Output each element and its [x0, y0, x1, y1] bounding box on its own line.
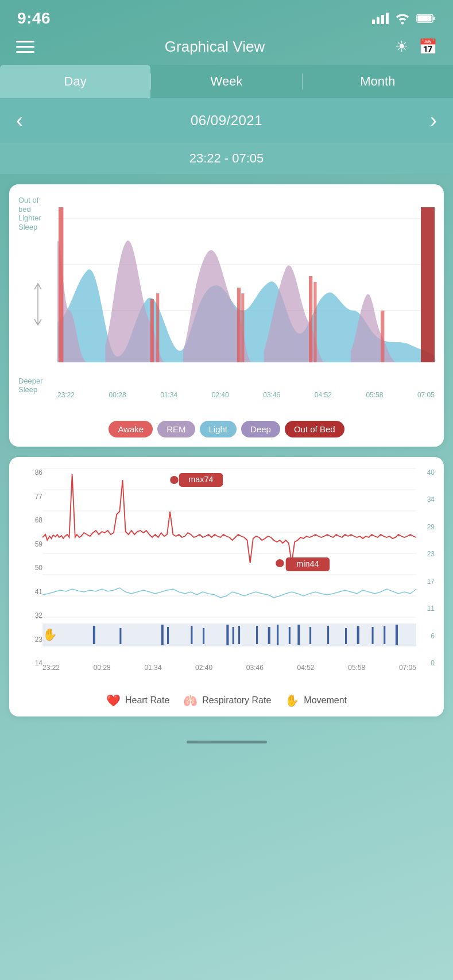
svg-text:✋: ✋ [42, 627, 57, 642]
sleep-chart-card: Out ofbed LighterSleep DeeperSleep [9, 184, 444, 447]
svg-rect-48 [327, 626, 329, 644]
battery-icon [416, 13, 436, 24]
calendar-icon[interactable]: 📅 [419, 38, 437, 56]
brightness-icon[interactable]: ☀ [395, 38, 408, 56]
wifi-icon [394, 12, 411, 25]
status-bar: 9:46 [0, 0, 453, 32]
sleep-y-arrow [18, 231, 57, 376]
current-date: 06/09/2021 [191, 113, 262, 129]
svg-rect-11 [237, 288, 241, 362]
legend-respiratory: 🫁 Respiratory Rate [183, 694, 271, 707]
date-navigation: ‹ 06/09/2021 › [0, 98, 453, 143]
status-time: 9:46 [17, 9, 51, 28]
svg-rect-51 [372, 627, 374, 644]
sleep-y-labels: Out ofbed LighterSleep DeeperSleep [18, 196, 57, 397]
hand-icon: ✋ [285, 694, 299, 707]
sleep-chart-inner: 23:22 00:28 01:34 02:40 03:46 04:52 05:5… [57, 196, 435, 414]
tab-day[interactable]: Day [0, 65, 150, 98]
lungs-icon: 🫁 [183, 694, 198, 707]
legend-deep: Deep [241, 421, 280, 437]
svg-rect-2 [418, 16, 432, 22]
legend-rem: REM [157, 421, 195, 437]
heart-icon: ❤️ [106, 694, 121, 707]
svg-rect-49 [345, 628, 347, 644]
signal-icon [372, 13, 389, 24]
svg-rect-38 [203, 628, 204, 644]
prev-date-button[interactable]: ‹ [16, 109, 23, 133]
next-date-button[interactable]: › [430, 109, 437, 133]
menu-button[interactable] [16, 41, 34, 53]
svg-rect-42 [256, 626, 258, 644]
sleep-legend: Awake REM Light Deep Out of Bed [18, 421, 435, 437]
svg-point-26 [170, 476, 178, 484]
header: Graphical View ☀ 📅 [0, 32, 453, 65]
sleep-y-label-lighter: LighterSleep [18, 214, 57, 231]
hr-chart-inner: max74 min44 [42, 468, 416, 687]
svg-rect-44 [277, 625, 278, 645]
svg-rect-34 [119, 628, 121, 644]
tab-month[interactable]: Month [303, 65, 453, 98]
svg-rect-13 [309, 276, 312, 362]
svg-rect-47 [309, 627, 311, 644]
svg-rect-36 [167, 627, 169, 644]
svg-rect-10 [156, 293, 159, 362]
hr-legend: ❤️ Heart Rate 🫁 Respiratory Rate ✋ Movem… [18, 694, 435, 707]
svg-rect-33 [93, 626, 95, 644]
header-actions: ☀ 📅 [395, 38, 437, 56]
svg-text:min44: min44 [296, 559, 319, 568]
svg-rect-53 [396, 625, 398, 645]
svg-rect-43 [268, 627, 270, 644]
legend-hr-label: Heart Rate [125, 695, 169, 706]
legend-awake: Awake [109, 421, 153, 437]
svg-rect-45 [289, 627, 291, 644]
svg-rect-40 [233, 627, 234, 644]
svg-rect-35 [161, 625, 164, 645]
sleep-y-label-deeper: DeeperSleep [18, 377, 57, 394]
svg-rect-52 [384, 626, 385, 644]
svg-rect-8 [59, 207, 63, 362]
time-range: 23:22 - 07:05 [0, 143, 453, 174]
hr-chart-card: 86 77 68 59 50 41 32 23 14 40 34 29 23 1… [9, 457, 444, 716]
sleep-chart-area: Out ofbed LighterSleep DeeperSleep [18, 196, 435, 414]
sleep-svg [57, 196, 435, 385]
svg-rect-14 [313, 282, 316, 362]
hr-y-labels-left: 86 77 68 59 50 41 32 23 14 [18, 468, 42, 669]
legend-outofbed: Out of Bed [285, 421, 344, 437]
hr-chart-area: 86 77 68 59 50 41 32 23 14 40 34 29 23 1… [18, 468, 435, 687]
svg-rect-1 [433, 17, 435, 20]
sleep-y-label-outofbed: Out ofbed [18, 196, 57, 214]
tab-bar: Day Week Month [0, 65, 453, 98]
svg-rect-16 [421, 207, 435, 362]
legend-mv-label: Movement [304, 695, 347, 706]
svg-text:max74: max74 [188, 475, 213, 484]
home-indicator [187, 741, 267, 743]
hr-svg: max74 min44 [42, 468, 416, 658]
status-icons [372, 12, 436, 25]
charts-container: Out ofbed LighterSleep DeeperSleep [0, 174, 453, 727]
hr-x-labels: 23:22 00:28 01:34 02:40 03:46 04:52 05:5… [42, 660, 416, 672]
svg-rect-39 [226, 625, 229, 645]
svg-point-27 [276, 559, 284, 567]
svg-rect-46 [297, 625, 300, 645]
legend-movement: ✋ Movement [285, 694, 347, 707]
svg-rect-9 [150, 299, 154, 362]
svg-rect-41 [238, 626, 240, 644]
svg-rect-32 [42, 623, 416, 646]
legend-light: Light [200, 421, 237, 437]
legend-rr-label: Respiratory Rate [202, 695, 271, 706]
sleep-x-labels: 23:22 00:28 01:34 02:40 03:46 04:52 05:5… [57, 388, 435, 399]
svg-rect-37 [191, 626, 192, 644]
page-title: Graphical View [165, 38, 265, 56]
svg-rect-15 [381, 311, 384, 362]
svg-rect-50 [357, 626, 359, 644]
tab-week[interactable]: Week [151, 65, 301, 98]
legend-heart-rate: ❤️ Heart Rate [106, 694, 169, 707]
hr-y-labels-right: 40 34 29 23 17 11 6 0 [416, 468, 435, 669]
svg-rect-12 [241, 293, 244, 362]
